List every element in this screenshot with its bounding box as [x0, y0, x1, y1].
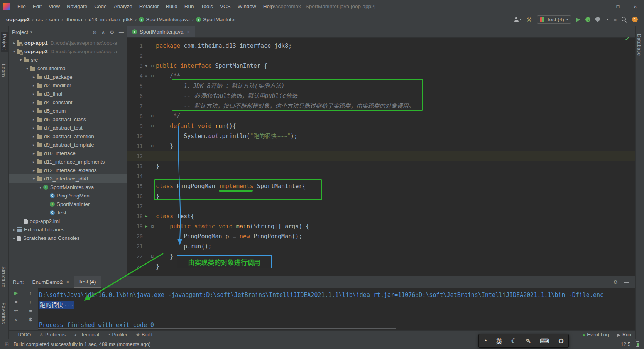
- chevron-right-icon[interactable]: ▸: [11, 228, 17, 232]
- tree-item-d7-abstract-test[interactable]: ▸d7_abstract_test: [9, 123, 127, 132]
- menu-tools[interactable]: Tools: [198, 0, 217, 13]
- tree-item-com-itheima[interactable]: ▾com.itheima: [9, 64, 127, 72]
- menu-navigate[interactable]: Navigate: [63, 0, 91, 13]
- chevron-right-icon[interactable]: ▸: [31, 75, 37, 79]
- run-configuration-select[interactable]: Test (4) ▾: [537, 15, 571, 24]
- ime-language-indicator[interactable]: 英: [496, 336, 502, 346]
- tree-item-d11-interface-implements[interactable]: ▸d11_interface_implements: [9, 157, 127, 166]
- tool-window-button-problems[interactable]: ⚠Problems: [39, 332, 66, 337]
- tree-item-d12-interface-extends[interactable]: ▸d12_interface_extends: [9, 166, 127, 174]
- tool-button-learn[interactable]: Learn: [1, 64, 6, 77]
- chevron-right-icon[interactable]: ▸: [31, 168, 37, 172]
- chevron-right-icon[interactable]: ▸: [31, 92, 37, 96]
- caret-position[interactable]: 12:5: [621, 341, 630, 347]
- close-icon[interactable]: ×: [187, 29, 190, 35]
- menu-file[interactable]: File: [14, 0, 29, 13]
- collapse-all-icon[interactable]: ∧: [101, 29, 105, 35]
- chevron-right-icon[interactable]: ▸: [31, 151, 37, 155]
- stop-button[interactable]: ■: [614, 17, 617, 22]
- moon-icon[interactable]: ☾: [511, 337, 517, 345]
- tree-item-d2-modifier[interactable]: ▸d2_modifier: [9, 81, 127, 89]
- tree-item-oop-app1[interactable]: ▸oop-app1D:\code\javasepromax\oop-a: [9, 39, 127, 47]
- run-tab-enumdemo2[interactable]: EnumDemo2×: [28, 276, 74, 288]
- hide-panel-icon[interactable]: —: [119, 29, 124, 35]
- tool-button-project[interactable]: Project: [1, 32, 8, 52]
- fold-minus-icon[interactable]: ⊟: [150, 71, 155, 81]
- fold-minus-icon[interactable]: ⊟: [150, 221, 155, 231]
- tool-window-button-event-log[interactable]: ●Event Log: [583, 332, 609, 337]
- tree-item-external-libraries[interactable]: ▸External Libraries: [9, 225, 127, 234]
- chevron-down-icon[interactable]: ▾: [30, 30, 32, 34]
- gear-icon[interactable]: ⚙: [558, 337, 564, 345]
- tool-button-database[interactable]: Database: [636, 34, 642, 56]
- chevron-down-icon[interactable]: ▾: [18, 58, 24, 62]
- breadcrumb-itheima[interactable]: itheima: [65, 17, 83, 22]
- coverage-button[interactable]: [595, 17, 600, 22]
- run-button[interactable]: ▶: [576, 17, 580, 22]
- tool-window-switcher-icon[interactable]: ⊞: [5, 341, 9, 347]
- debug-button[interactable]: [585, 17, 590, 22]
- implemented-marker-icon[interactable]: ▼: [143, 61, 150, 71]
- hide-panel-icon[interactable]: —: [624, 279, 629, 285]
- update-available-icon[interactable]: ↻: [632, 17, 638, 22]
- menu-window[interactable]: Window: [234, 0, 260, 13]
- pen-icon[interactable]: ✎: [526, 337, 531, 345]
- chevron-down-icon[interactable]: ▾: [11, 49, 17, 54]
- tool-window-button-run[interactable]: ▶Run: [617, 332, 631, 337]
- tree-item-src[interactable]: ▾src: [9, 56, 127, 64]
- breadcrumb-src[interactable]: src: [35, 17, 44, 22]
- chevron-right-icon[interactable]: ▸: [31, 134, 37, 138]
- tool-window-button-build[interactable]: ⚒Build: [136, 332, 152, 337]
- tool-window-button-terminal[interactable]: >_Terminal: [74, 332, 99, 337]
- chevron-down-icon[interactable]: ▾: [31, 177, 37, 181]
- minimize-button[interactable]: −: [592, 0, 609, 13]
- tree-item-d3-final[interactable]: ▸d3_final: [9, 89, 127, 98]
- tree-item-sportmaninter-java[interactable]: ▾ISportManInter.java: [9, 183, 127, 191]
- tool-window-button-profiler[interactable]: ◔Profiler: [108, 332, 127, 337]
- breadcrumb-com[interactable]: com: [49, 17, 60, 22]
- more-options-button[interactable]: »: [15, 317, 17, 322]
- fold-minus-icon[interactable]: ⊟: [150, 121, 155, 131]
- menu-analyze[interactable]: Analyze: [110, 0, 136, 13]
- tree-item-pingpongman[interactable]: CPingPongMan: [9, 191, 127, 200]
- editor-tab-sportmaninter[interactable]: I SportManInter.java ×: [127, 26, 195, 37]
- fold-minus-icon[interactable]: ⊟: [150, 61, 155, 71]
- tree-item-oop-app2-iml[interactable]: oop-app2.iml: [9, 217, 127, 225]
- user-menu-button[interactable]: ▾: [514, 17, 522, 22]
- menu-refactor[interactable]: Refactor: [136, 0, 162, 13]
- chevron-down-icon[interactable]: ▾: [24, 66, 30, 71]
- settings-gear-icon[interactable]: ⚙: [613, 279, 618, 285]
- build-hammer-icon[interactable]: ⚒: [526, 17, 531, 22]
- ime-status-icon[interactable]: ◔: [483, 337, 487, 345]
- nav-down-button[interactable]: ↓: [29, 299, 32, 305]
- breadcrumb-sportmaninter[interactable]: ISportManInter: [195, 17, 237, 22]
- tree-item-scratches-and-consoles[interactable]: ▸Scratches and Consoles: [9, 234, 127, 242]
- tree-item-sportmaninter[interactable]: ISportManInter: [9, 200, 127, 208]
- chevron-down-icon[interactable]: ▾: [37, 185, 43, 189]
- console-settings-button[interactable]: ⚙: [28, 317, 33, 322]
- chevron-right-icon[interactable]: ▸: [31, 160, 37, 164]
- chevron-right-icon[interactable]: ▸: [31, 117, 37, 121]
- search-everywhere-icon[interactable]: [622, 17, 627, 22]
- tree-item-d4-constant[interactable]: ▸d4_constant: [9, 98, 127, 106]
- tree-item-d6-abstract-class[interactable]: ▸d6_abstract_class: [9, 115, 127, 123]
- stop-button[interactable]: ■: [15, 299, 18, 305]
- chevron-right-icon[interactable]: ▸: [31, 83, 37, 88]
- run-line-icon[interactable]: ▶: [143, 211, 150, 221]
- tree-item-test[interactable]: CTest: [9, 208, 127, 217]
- tree-item-d10-interface[interactable]: ▸d10_interface: [9, 149, 127, 157]
- chevron-right-icon[interactable]: ▸: [31, 143, 37, 147]
- project-panel-title[interactable]: Project: [12, 29, 28, 35]
- breadcrumb-d13-interface-jdk8[interactable]: d13_interface_jdk8: [88, 17, 134, 22]
- scroll-to-end-button[interactable]: ≡: [29, 308, 32, 314]
- locate-file-icon[interactable]: ⊕: [93, 29, 97, 35]
- menu-view[interactable]: View: [45, 0, 63, 13]
- menu-edit[interactable]: Edit: [29, 0, 45, 13]
- run-tab-test-4[interactable]: Test (4): [74, 276, 101, 288]
- close-button[interactable]: ×: [627, 0, 644, 13]
- maximize-button[interactable]: □: [609, 0, 627, 13]
- soft-wrap-button[interactable]: ↩: [14, 308, 18, 314]
- chevron-right-icon[interactable]: ▸: [11, 236, 17, 240]
- chevron-right-icon[interactable]: ▸: [31, 126, 37, 130]
- tool-button-structure[interactable]: Structure: [1, 266, 6, 287]
